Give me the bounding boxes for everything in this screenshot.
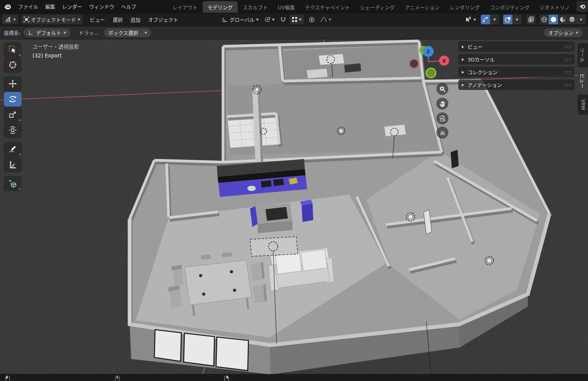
transform-orientation-dropdown[interactable]: グローバル ▼ bbox=[220, 15, 261, 24]
tool-cursor[interactable] bbox=[4, 58, 22, 72]
chevron-down-icon: ▼ bbox=[272, 18, 275, 21]
tab-shading[interactable]: シェーディング bbox=[355, 1, 400, 13]
tool-measure[interactable] bbox=[4, 157, 22, 172]
tool-transform[interactable] bbox=[4, 123, 22, 137]
tool-rotate[interactable] bbox=[4, 92, 22, 107]
scene-icon[interactable] bbox=[576, 1, 588, 12]
status-bar bbox=[0, 374, 588, 381]
shading-material-button[interactable] bbox=[558, 15, 567, 24]
gizmos-dropdown[interactable]: ▼ bbox=[490, 15, 499, 24]
xray-toggle[interactable] bbox=[526, 15, 536, 24]
grip-icon[interactable] bbox=[564, 58, 571, 61]
zoom-button[interactable] bbox=[436, 83, 448, 95]
topbar: ファイル 編集 レンダー ウィンドウ ヘルプ レイアウト モデリング スカルプト… bbox=[0, 0, 588, 13]
snap-increment-icon bbox=[292, 17, 297, 22]
snap-toggle[interactable] bbox=[278, 15, 289, 24]
menu-select[interactable]: 選択 bbox=[109, 13, 126, 26]
menu-edit[interactable]: 編集 bbox=[42, 0, 59, 13]
tab-rendering[interactable]: レンダリング bbox=[445, 1, 485, 13]
panel-section-label: ビュー bbox=[468, 43, 483, 50]
chevron-right-icon: ▶ bbox=[462, 44, 464, 49]
tab-texture-paint[interactable]: テクスチャペイント bbox=[300, 1, 355, 13]
panel-section-collections[interactable]: ▶ コレクション bbox=[458, 67, 574, 77]
proportional-falloff-dropdown[interactable]: ▼ bbox=[318, 15, 334, 24]
navigation-gizmo[interactable]: Z X bbox=[404, 42, 455, 82]
drag-label: ドラッ... bbox=[79, 29, 98, 36]
side-tab-tool[interactable]: ツール bbox=[578, 43, 588, 67]
mode-dropdown[interactable]: オブジェクトモード ▼ bbox=[21, 15, 83, 24]
menu-help[interactable]: ヘルプ bbox=[118, 0, 140, 13]
camera-view-button[interactable] bbox=[436, 112, 448, 124]
coord-system-dropdown[interactable]: デフォルト ▼ bbox=[24, 28, 70, 37]
chevron-down-icon: ▼ bbox=[63, 31, 66, 34]
panel-section-view[interactable]: ▶ ビュー bbox=[458, 41, 574, 52]
chevron-right-icon: ▶ bbox=[462, 83, 464, 87]
grip-icon[interactable] bbox=[564, 83, 571, 87]
proportional-editing-toggle[interactable] bbox=[306, 15, 317, 24]
shading-dropdown[interactable]: ▼ bbox=[576, 15, 586, 24]
chevron-down-icon: ▼ bbox=[516, 18, 519, 21]
editor-type-button[interactable]: ▼ bbox=[2, 15, 18, 24]
axis-y-ball[interactable] bbox=[426, 68, 436, 78]
snap-target-dropdown[interactable]: ▼ bbox=[289, 15, 304, 24]
axis-x-neg-ball[interactable] bbox=[410, 59, 419, 68]
tab-animation[interactable]: アニメーション bbox=[400, 1, 444, 13]
show-gizmos-toggle[interactable] bbox=[481, 15, 490, 24]
panel-section-3d-cursor[interactable]: ▶ 3Dカーソル bbox=[458, 54, 574, 64]
tool-scale[interactable] bbox=[4, 107, 22, 122]
scale-icon bbox=[8, 110, 17, 119]
tab-compositing[interactable]: コンポジティング bbox=[485, 1, 535, 13]
tool-move[interactable] bbox=[4, 76, 22, 91]
tab-layout[interactable]: レイアウト bbox=[167, 1, 203, 13]
toggle-ortho-button[interactable] bbox=[436, 127, 448, 139]
tab-uv-edit[interactable]: UV編集 bbox=[273, 1, 300, 13]
blender-logo-icon[interactable] bbox=[0, 0, 15, 13]
wireframe-icon bbox=[541, 16, 547, 23]
tab-sculpt[interactable]: スカルプト bbox=[238, 1, 273, 13]
tool-select-box[interactable] bbox=[4, 42, 22, 57]
shading-wireframe-button[interactable] bbox=[539, 15, 549, 24]
shading-group: ▼ bbox=[539, 15, 586, 24]
active-collection-label: (32) Export bbox=[32, 51, 79, 60]
camera-icon bbox=[439, 115, 446, 122]
grip-icon[interactable] bbox=[564, 70, 571, 74]
menu-render[interactable]: レンダー bbox=[59, 0, 86, 13]
3d-viewport[interactable]: ユーザー・透視投影 (32) Export bbox=[0, 39, 588, 374]
panel-section-label: アノテーション bbox=[468, 81, 502, 88]
solid-shading-icon bbox=[550, 16, 557, 23]
panel-section-annotations[interactable]: ▶ アノテーション bbox=[458, 80, 574, 90]
tab-modeling[interactable]: モデリング bbox=[203, 1, 238, 13]
chevron-down-icon: ▼ bbox=[256, 18, 259, 21]
zoom-icon bbox=[439, 86, 446, 93]
chevron-down-icon: ▼ bbox=[78, 18, 80, 21]
tab-geometry-nodes[interactable]: ジオメトリノ bbox=[535, 1, 575, 13]
menu-object[interactable]: オブジェクト bbox=[145, 13, 182, 26]
menu-window[interactable]: ウィンドウ bbox=[86, 0, 118, 13]
side-tab-vrm[interactable]: VRM bbox=[578, 95, 588, 115]
shading-solid-button[interactable] bbox=[549, 15, 558, 24]
menu-add[interactable]: 追加 bbox=[127, 13, 144, 26]
object-visibility-dropdown[interactable]: ▼ bbox=[463, 15, 478, 24]
side-tab-view[interactable]: ビュー bbox=[578, 69, 588, 93]
menu-view[interactable]: ビュー bbox=[86, 13, 108, 26]
grip-icon[interactable] bbox=[564, 45, 571, 49]
options-dropdown[interactable]: オプション ▼ bbox=[544, 28, 583, 37]
chevron-down-icon: ▼ bbox=[13, 18, 16, 21]
coord-system-label: 座標系: bbox=[4, 29, 20, 36]
chevron-down-icon: ▼ bbox=[329, 18, 331, 21]
select-mode-dropdown[interactable]: ボックス選択 ▼ bbox=[104, 28, 152, 37]
pivot-point-dropdown[interactable]: ▼ bbox=[262, 15, 277, 24]
chevron-down-icon: ▼ bbox=[493, 18, 496, 21]
pan-button[interactable] bbox=[436, 98, 448, 110]
select-mode-value: ボックス選択 bbox=[108, 29, 139, 36]
tool-annotate[interactable] bbox=[4, 142, 22, 156]
overlays-dropdown[interactable]: ▼ bbox=[512, 15, 522, 24]
tool-add-cube[interactable] bbox=[4, 176, 22, 191]
axis-x-label: X bbox=[442, 58, 446, 64]
hand-icon bbox=[439, 100, 446, 107]
options-label: オプション bbox=[548, 29, 573, 36]
show-overlays-toggle[interactable] bbox=[503, 15, 512, 24]
shading-rendered-button[interactable] bbox=[567, 15, 576, 24]
panel-section-label: コレクション bbox=[468, 68, 498, 76]
menu-file[interactable]: ファイル bbox=[15, 0, 42, 13]
